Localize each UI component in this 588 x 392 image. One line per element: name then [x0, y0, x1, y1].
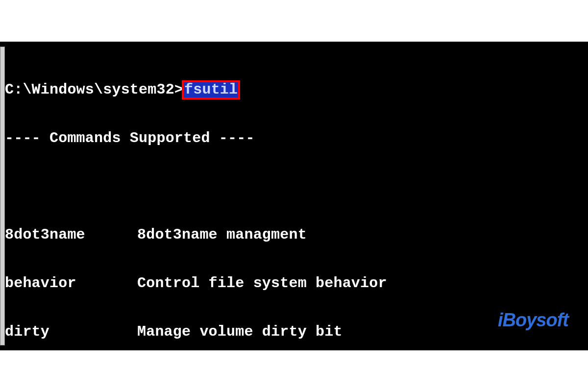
typed-command: fsutil: [183, 82, 239, 98]
terminal-output[interactable]: C:\Windows\system32>fsutil ---- Commands…: [5, 47, 588, 345]
cmd-name: behavior: [5, 275, 137, 292]
cmd-desc: Control file system behavior: [137, 275, 588, 292]
prompt: C:\Windows\system32>: [5, 81, 183, 98]
command-row: dirtyManage volume dirty bit: [5, 324, 588, 340]
cmd-desc: Manage volume dirty bit: [137, 324, 588, 340]
command-row: 8dot3name8dot3name managment: [5, 227, 588, 243]
cmd-desc: 8dot3name managment: [137, 227, 588, 243]
command-row: behaviorControl file system behavior: [5, 275, 588, 292]
command-line[interactable]: C:\Windows\system32>fsutil: [5, 82, 588, 98]
vertical-scrollbar[interactable]: [0, 47, 5, 345]
commands-supported-header: ---- Commands Supported ----: [5, 130, 588, 147]
cmd-name: dirty: [5, 324, 137, 340]
cmd-name: 8dot3name: [5, 227, 137, 243]
commands-list: 8dot3name8dot3name managment behaviorCon…: [5, 195, 588, 345]
